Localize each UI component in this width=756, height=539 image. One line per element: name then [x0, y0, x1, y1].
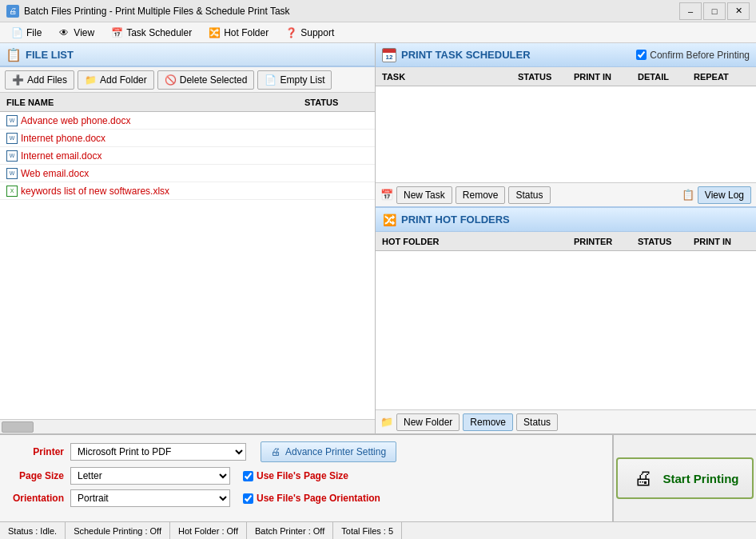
- use-file-orientation-label: Use File's Page Orientation: [257, 493, 380, 504]
- scheduler-title-text: PRINT TASK SCHEDULER: [401, 49, 531, 61]
- empty-icon: 📄: [265, 74, 277, 86]
- start-printing-label: Start Printing: [662, 472, 738, 485]
- horizontal-scrollbar[interactable]: [0, 419, 375, 433]
- menu-hot-folder[interactable]: 🔀 Hot Folder: [201, 24, 276, 42]
- use-file-orientation-checkbox[interactable]: [243, 493, 253, 504]
- delete-selected-button[interactable]: 🚫 Delete Selected: [157, 70, 255, 90]
- list-item[interactable]: W Internet phone.docx: [0, 130, 375, 147]
- list-item[interactable]: X keywords list of new softwares.xlsx: [0, 182, 375, 200]
- file-list-header: 📋 FILE LIST: [0, 43, 375, 67]
- hotfolder-title: PRINT HOT FOLDERS: [401, 214, 510, 226]
- file-name-cell: W Internet email.docx: [6, 150, 304, 162]
- menu-file-label: File: [26, 27, 42, 38]
- col-task: TASK: [382, 72, 518, 82]
- printer-settings-icon: 🖨: [271, 446, 281, 457]
- orientation-label: Orientation: [8, 493, 64, 504]
- col-repeat: REPEAT: [694, 72, 750, 82]
- right-panel: 12 PRINT TASK SCHEDULER Confirm Before P…: [376, 43, 756, 433]
- menu-view[interactable]: 👁 View: [50, 24, 101, 42]
- main-container: 📋 FILE LIST ➕ Add Files 📁 Add Folder 🚫 D…: [0, 43, 756, 433]
- list-item[interactable]: W Internet email.docx: [0, 147, 375, 165]
- hotfolder-table-body: [376, 251, 756, 409]
- delete-icon: 🚫: [165, 74, 177, 86]
- status-folder-button[interactable]: Status: [516, 413, 558, 431]
- col-printer: PRINTER: [574, 237, 638, 246]
- confirm-checkbox-row: Confirm Before Printing: [636, 50, 750, 61]
- status-task-label: Status: [515, 190, 543, 201]
- title-bar-left: 🖨 Batch Files Printing - Print Multiple …: [6, 5, 290, 18]
- col-hf-status: STATUS: [638, 237, 694, 246]
- file-list-column-headers: FILE NAME STATUS: [0, 93, 375, 112]
- menu-support-label: Support: [300, 27, 334, 38]
- hotfolder-table-header: HOT FOLDER PRINTER STATUS PRINT IN: [376, 232, 756, 251]
- add-folder-icon: 📁: [85, 74, 97, 86]
- confirm-label: Confirm Before Printing: [650, 50, 750, 61]
- menu-hot-label: Hot Folder: [224, 27, 269, 38]
- list-item[interactable]: W Advance web phone.docx: [0, 112, 375, 130]
- printer-row: Printer Microsoft Print to PDF 🖨 Advance…: [8, 441, 604, 462]
- file-name-cell: W Web email.docx: [6, 168, 304, 179]
- log-icon: 📋: [682, 189, 694, 201]
- page-size-select[interactable]: Letter: [70, 467, 230, 485]
- file-icon: 📄: [10, 26, 23, 39]
- calendar-icon: 12: [382, 48, 396, 62]
- hotfolder-header: 🔀 PRINT HOT FOLDERS: [376, 208, 756, 232]
- status-task-button[interactable]: Status: [508, 186, 550, 204]
- start-printing-button[interactable]: 🖨 Start Printing: [616, 457, 753, 499]
- use-file-page-size-checkbox[interactable]: [243, 471, 253, 481]
- view-icon: 👁: [58, 26, 70, 39]
- docx-icon: W: [6, 133, 18, 144]
- file-name-cell: W Internet phone.docx: [6, 133, 304, 144]
- delete-selected-label: Delete Selected: [180, 74, 248, 86]
- minimize-button[interactable]: –: [679, 2, 702, 20]
- new-folder-button[interactable]: New Folder: [396, 413, 460, 431]
- hotfolder-section: 🔀 PRINT HOT FOLDERS HOT FOLDER PRINTER S…: [376, 208, 756, 433]
- menu-task-scheduler[interactable]: 📅 Task Scheduler: [103, 24, 199, 42]
- close-button[interactable]: ✕: [727, 2, 750, 20]
- new-task-button[interactable]: New Task: [396, 186, 452, 204]
- col-detail: DETAIL: [638, 72, 694, 82]
- settings-left: Printer Microsoft Print to PDF 🖨 Advance…: [0, 435, 612, 521]
- task-icon: 📅: [380, 189, 393, 201]
- status-schedule: Schedule Printing : Off: [66, 522, 170, 539]
- add-files-label: Add Files: [27, 74, 67, 86]
- remove-task-button[interactable]: Remove: [456, 186, 506, 204]
- scheduler-title: 12 PRINT TASK SCHEDULER: [382, 48, 531, 62]
- page-size-row: Page Size Letter Use File's Page Size: [8, 467, 604, 485]
- file-list-body[interactable]: W Advance web phone.docx W Internet phon…: [0, 112, 375, 419]
- settings-panel: Printer Microsoft Print to PDF 🖨 Advance…: [0, 433, 756, 521]
- advance-btn-label: Advance Printer Setting: [285, 446, 386, 457]
- empty-list-button[interactable]: 📄 Empty List: [257, 70, 332, 90]
- col-file-name: FILE NAME: [6, 98, 304, 107]
- col-status: STATUS: [304, 98, 368, 107]
- file-name: Advance web phone.docx: [21, 115, 130, 126]
- remove-folder-label: Remove: [470, 417, 506, 428]
- advance-printer-button[interactable]: 🖨 Advance Printer Setting: [261, 441, 396, 462]
- orientation-select[interactable]: Portrait: [70, 489, 230, 507]
- remove-folder-button[interactable]: Remove: [463, 413, 513, 431]
- use-file-page-size-row: Use File's Page Size: [243, 470, 348, 481]
- file-list-panel: 📋 FILE LIST ➕ Add Files 📁 Add Folder 🚫 D…: [0, 43, 376, 433]
- menu-support[interactable]: ❓ Support: [277, 24, 341, 42]
- printer-select[interactable]: Microsoft Print to PDF: [70, 443, 246, 461]
- status-idle: Status : Idle.: [0, 522, 66, 539]
- task-table-header: TASK STATUS PRINT IN DETAIL REPEAT: [376, 67, 756, 86]
- add-folder-button[interactable]: 📁 Add Folder: [78, 70, 154, 90]
- new-folder-label: New Folder: [404, 417, 452, 428]
- status-hot-folder: Hot Folder : Off: [170, 522, 247, 539]
- scroll-thumb[interactable]: [2, 421, 34, 433]
- status-batch-printer: Batch Printer : Off: [247, 522, 333, 539]
- file-list-toolbar: ➕ Add Files 📁 Add Folder 🚫 Delete Select…: [0, 67, 375, 93]
- maximize-button[interactable]: □: [703, 2, 726, 20]
- menu-view-label: View: [74, 27, 94, 38]
- printer-label: Printer: [8, 446, 64, 457]
- add-files-icon: ➕: [12, 74, 24, 86]
- orientation-row: Orientation Portrait Use File's Page Ori…: [8, 489, 604, 507]
- view-log-button[interactable]: View Log: [698, 186, 751, 204]
- confirm-checkbox[interactable]: [636, 50, 647, 60]
- menu-file[interactable]: 📄 File: [3, 24, 49, 42]
- list-item[interactable]: W Web email.docx: [0, 165, 375, 182]
- file-name-cell: W Advance web phone.docx: [6, 115, 304, 126]
- add-files-button[interactable]: ➕ Add Files: [5, 70, 74, 90]
- remove-task-label: Remove: [463, 190, 499, 201]
